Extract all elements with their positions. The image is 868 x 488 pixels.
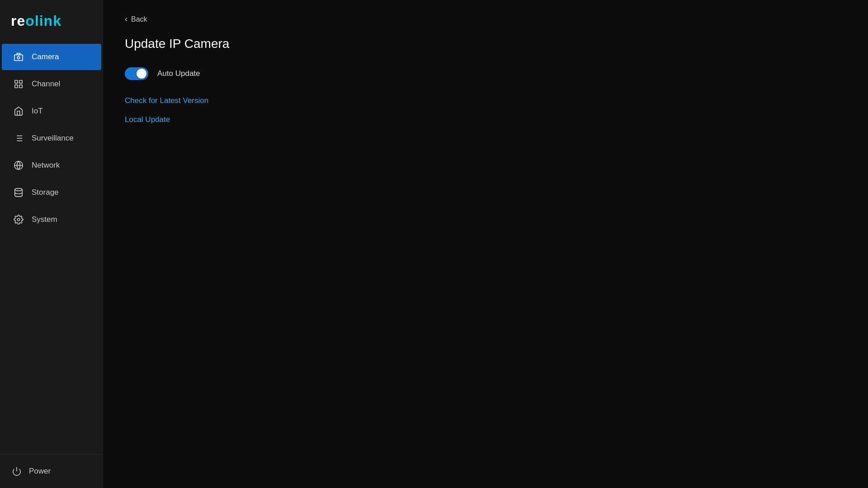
svg-rect-3 [19, 80, 22, 83]
system-icon [13, 214, 24, 225]
sidebar-item-surveillance-label: Surveillance [32, 134, 74, 143]
app-logo: reolink [11, 13, 92, 29]
power-icon [11, 465, 23, 477]
sidebar-item-system[interactable]: System [2, 206, 101, 233]
toggle-knob [137, 69, 146, 79]
sidebar-item-camera-label: Camera [32, 52, 59, 61]
main-content: ‹ Back Update IP Camera Auto Update Chec… [103, 0, 868, 488]
back-button[interactable]: ‹ Back [125, 14, 147, 24]
sidebar-item-system-label: System [32, 215, 57, 224]
channel-icon [13, 78, 24, 90]
storage-icon [13, 187, 24, 198]
sidebar-item-iot-label: IoT [32, 107, 43, 116]
local-update-link[interactable]: Local Update [125, 115, 170, 124]
surveillance-icon [13, 132, 24, 144]
check-version-link[interactable]: Check for Latest Version [125, 96, 208, 105]
sidebar-item-channel-label: Channel [32, 80, 60, 89]
svg-point-1 [17, 56, 20, 59]
iot-icon [13, 105, 24, 117]
sidebar-item-storage-label: Storage [32, 188, 59, 197]
network-icon [13, 160, 24, 171]
auto-update-label: Auto Update [157, 69, 200, 78]
sidebar-nav: Camera Channel IoT [0, 44, 103, 454]
svg-point-14 [15, 188, 23, 191]
svg-point-15 [17, 218, 20, 221]
sidebar-item-surveillance[interactable]: Surveillance [2, 125, 101, 151]
svg-rect-0 [14, 55, 23, 61]
logo-area: reolink [0, 0, 103, 44]
sidebar-item-channel[interactable]: Channel [2, 71, 101, 97]
svg-rect-4 [15, 85, 18, 88]
power-button[interactable]: Power [11, 465, 92, 477]
camera-icon [13, 51, 24, 63]
back-arrow-icon: ‹ [125, 14, 127, 24]
sidebar-item-iot[interactable]: IoT [2, 98, 101, 124]
power-area: Power [0, 454, 103, 488]
auto-update-row: Auto Update [125, 67, 846, 80]
auto-update-toggle[interactable] [125, 67, 148, 80]
sidebar-item-network-label: Network [32, 161, 60, 170]
svg-rect-5 [19, 85, 22, 88]
svg-rect-2 [15, 80, 18, 83]
page-title: Update IP Camera [125, 37, 846, 51]
sidebar-item-storage[interactable]: Storage [2, 179, 101, 206]
sidebar: reolink Camera [0, 0, 103, 488]
logo-olink-text: olink [25, 13, 61, 29]
sidebar-item-network[interactable]: Network [2, 152, 101, 178]
sidebar-item-camera[interactable]: Camera [2, 44, 101, 70]
power-label: Power [29, 467, 51, 476]
logo-re-text: re [11, 13, 25, 29]
back-label: Back [131, 15, 147, 23]
